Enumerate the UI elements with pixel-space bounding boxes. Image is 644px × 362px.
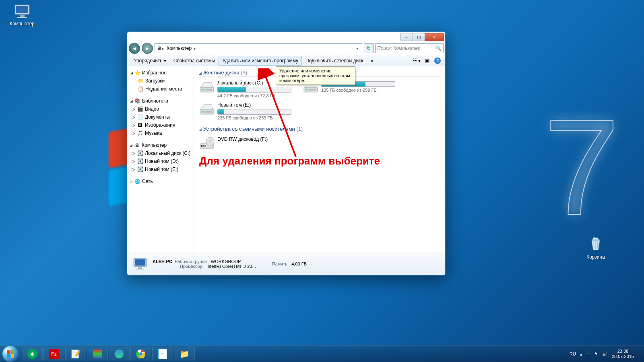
svg-point-26 — [139, 352, 142, 356]
drive-icon — [199, 102, 215, 117]
addr-dropdown-icon[interactable]: ▾ — [354, 46, 360, 51]
tray-clock[interactable]: 23:38 28.07.2015 — [612, 349, 634, 359]
annotation-text: Для удаления программ выберите — [199, 155, 380, 167]
video-icon: 🎬 — [137, 106, 143, 112]
uninstall-program-button[interactable]: Удалить или изменить программу — [219, 56, 302, 66]
nav-documents[interactable]: ▷📄Документы — [128, 113, 193, 121]
music-icon: 🎵 — [137, 130, 143, 136]
tray-volume-icon[interactable]: 🔊 — [602, 352, 608, 357]
app-green-icon: ◉ — [27, 349, 37, 359]
svg-rect-13 — [205, 111, 212, 113]
pc-name: ALEH-PC — [153, 259, 172, 264]
nav-videos[interactable]: ▷🎬Видео — [128, 105, 193, 113]
taskbar-app-notepadpp[interactable]: 📝 — [65, 347, 86, 361]
svg-rect-22 — [136, 269, 144, 270]
folder-icon: 📁 — [137, 78, 144, 84]
snip-icon — [115, 350, 124, 358]
drive-usage-bar — [217, 109, 291, 115]
filezilla-icon: Fz — [49, 349, 59, 359]
breadcrumb-segment[interactable]: Компьютер — [165, 45, 193, 51]
start-button[interactable] — [2, 346, 19, 362]
svg-rect-21 — [138, 267, 142, 269]
nav-drive-d[interactable]: ▷💽Новый том (D:) — [128, 157, 193, 165]
taskbar-app-writer[interactable]: ≡ — [152, 347, 173, 361]
taskbar-app-chrome[interactable] — [130, 347, 151, 361]
toolbar: Упорядочить ▾ Свойства системы Удалить и… — [128, 55, 445, 67]
taskbar-app-media[interactable] — [87, 347, 108, 361]
pictures-icon: 🖼 — [137, 122, 143, 128]
nav-drive-e[interactable]: ▷💽Новый том (E:) — [128, 165, 193, 173]
svg-rect-7 — [205, 89, 212, 90]
desktop-icon-computer[interactable]: Компьютер — [6, 3, 38, 27]
desktop-icon-computer-label: Компьютер — [6, 21, 38, 27]
notepadpp-icon: 📝 — [71, 349, 81, 359]
nav-network[interactable]: ▷🌐Сеть — [128, 177, 193, 185]
svg-point-9 — [306, 89, 308, 90]
minimize-button[interactable]: ─ — [400, 33, 413, 41]
folder-icon: 📁 — [180, 349, 190, 359]
taskbar-app-snip[interactable] — [109, 347, 130, 361]
section-removable[interactable]: ◢Устройства со съемными носителями (1) — [199, 126, 440, 133]
nav-drive-c[interactable]: ▷💽Локальный диск (C:) — [128, 149, 193, 157]
desktop-icon-trash[interactable]: Корзина — [580, 235, 612, 260]
drive-name: Новый том (E:) — [217, 102, 291, 108]
help-button[interactable]: ? — [433, 56, 442, 66]
system-properties-button[interactable]: Свойства системы — [170, 56, 219, 66]
refresh-button[interactable]: ↻ — [364, 43, 374, 53]
dvd-icon: DVD — [199, 136, 215, 151]
organize-button[interactable]: Упорядочить ▾ — [130, 56, 170, 66]
drive-dvd[interactable]: DVD DVD RW дисковод (F:) — [199, 136, 291, 151]
trash-icon — [586, 235, 605, 251]
drive-icon: 💽 — [137, 150, 143, 156]
svg-point-18 — [209, 140, 211, 142]
search-box[interactable]: Поиск: Компьютер 🔍 — [375, 43, 444, 53]
drive-e[interactable]: Новый том (E:) 236 ГБ свободно из 259 ГБ — [199, 102, 291, 120]
taskbar: ◉ Fz 📝 ≡ 📁 RU ▴ ⟳ ⚑ 🔊 23:38 28.07.2015 — [0, 346, 644, 362]
nav-pictures[interactable]: ▷🖼Изображения — [128, 121, 193, 129]
nav-back-button[interactable]: ◄ — [129, 43, 140, 54]
taskbar-app-filezilla[interactable]: Fz — [43, 347, 64, 361]
windows-logo-icon — [7, 350, 14, 358]
drive-icon: 💽 — [137, 166, 143, 173]
nav-libraries-header[interactable]: ◢📚Библиотеки — [128, 97, 193, 105]
address-bar[interactable]: 🖥 ▸ Компьютер ▸ ▾ — [155, 43, 362, 53]
nav-recent[interactable]: 📋Недавние места — [128, 85, 193, 93]
tray-flag-icon[interactable]: ⚑ — [594, 352, 598, 357]
tray-sync-icon[interactable]: ⟳ — [586, 352, 590, 357]
drive-name: DVD RW дисковод (F:) — [217, 136, 291, 142]
star-icon: ⭐ — [134, 70, 140, 76]
show-desktop-button[interactable] — [638, 346, 642, 362]
drive-icon — [199, 80, 215, 95]
nav-music[interactable]: ▷🎵Музыка — [128, 129, 193, 137]
close-button[interactable]: ✕ — [425, 33, 444, 41]
map-network-drive-button[interactable]: Подключить сетевой диск — [302, 56, 367, 66]
svg-rect-2 — [20, 15, 25, 17]
document-icon: 📄 — [137, 114, 143, 120]
tray-lang[interactable]: RU — [570, 352, 576, 356]
nav-downloads[interactable]: 📁Загрузки — [128, 77, 193, 85]
drive-free-space: 44,2 ГБ свободно из 72,8 ГБ — [217, 93, 291, 98]
desktop-icon-trash-label: Корзина — [580, 254, 612, 260]
libraries-icon: 📚 — [134, 98, 140, 104]
breadcrumb-arrow-icon: ▸ — [193, 46, 197, 51]
computer-icon: 🖥 — [157, 45, 161, 51]
taskbar-app-explorer[interactable]: 📁 — [174, 347, 195, 361]
help-icon: ? — [434, 58, 441, 64]
preview-pane-button[interactable]: ▣ — [422, 56, 432, 66]
maximize-button[interactable]: ▢ — [413, 33, 425, 41]
nav-computer[interactable]: ◢🖥Компьютер — [128, 141, 193, 149]
nav-favorites-header[interactable]: ◢⭐Избранное — [128, 69, 193, 77]
svg-point-6 — [202, 89, 204, 90]
drive-free-space: 105 ГБ свободно из 259 ГБ — [321, 88, 395, 93]
toolbar-overflow-button[interactable]: » — [367, 56, 377, 66]
chrome-icon — [136, 349, 146, 359]
document-icon: ≡ — [158, 349, 167, 359]
tray-show-hidden-icon[interactable]: ▴ — [580, 352, 582, 357]
svg-rect-10 — [309, 89, 316, 90]
nav-forward-button[interactable]: ► — [142, 43, 153, 54]
search-placeholder: Поиск: Компьютер — [377, 45, 421, 51]
taskbar-app-1[interactable]: ◉ — [22, 347, 43, 361]
details-pane: ALEH-PC Рабочая группа: WORKGROUP Процес… — [128, 253, 445, 275]
view-options-button[interactable]: ☷ ▾ — [412, 56, 421, 66]
windows-7-logo: 7 — [544, 88, 620, 246]
